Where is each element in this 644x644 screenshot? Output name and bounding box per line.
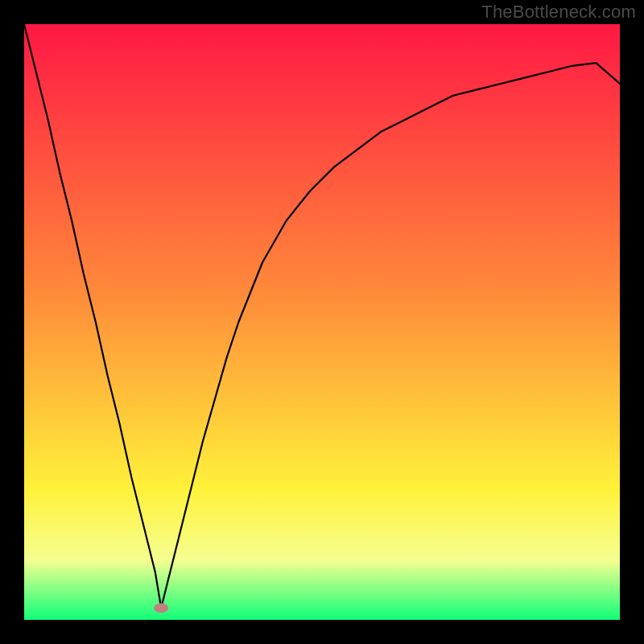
chart-frame: TheBottleneck.com: [0, 0, 644, 644]
chart-plot-area: [24, 24, 620, 620]
chart-background: [24, 24, 620, 620]
chart-svg: [24, 24, 620, 620]
minimum-marker: [154, 603, 168, 613]
watermark-text: TheBottleneck.com: [481, 2, 636, 23]
